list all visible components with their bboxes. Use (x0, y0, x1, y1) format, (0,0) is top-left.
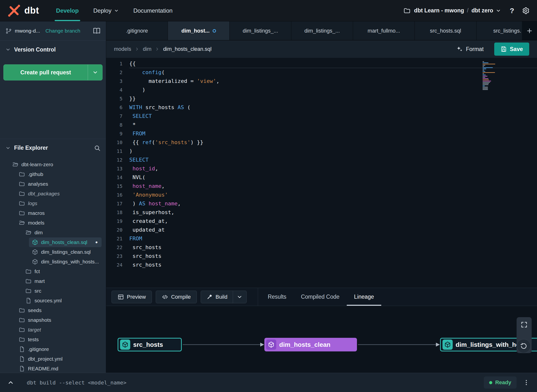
tree-item-dbt-packages[interactable]: dbt_packages (0, 189, 106, 199)
save-button[interactable]: Save (494, 43, 529, 56)
tree-item-snapshots[interactable]: snapshots (0, 315, 106, 325)
tree-item-macros[interactable]: macros (0, 208, 106, 218)
code-line[interactable]: 3 materialized = 'view', (106, 77, 537, 86)
tree-item-github[interactable]: .github (0, 169, 106, 179)
build-button[interactable]: Build (201, 291, 233, 303)
code-line[interactable]: 21FROM (106, 234, 537, 243)
folder-icon (25, 268, 32, 275)
nav-develop[interactable]: Develop (49, 0, 86, 21)
create-pull-request-dropdown[interactable] (88, 65, 102, 80)
tree-item-dbt-learn-zero[interactable]: dbt-learn-zero (0, 160, 106, 169)
lineage-node-dim-hosts-clean[interactable]: dim_hosts_clean (264, 338, 357, 351)
lineage-refresh-button[interactable] (517, 339, 531, 353)
minimap[interactable] (483, 61, 496, 90)
tree-item-mart[interactable]: mart (0, 276, 106, 286)
breadcrumb-actions: Format Save (456, 43, 529, 56)
editor-tab[interactable]: .gitignore (106, 21, 168, 40)
expand-command-panel-button[interactable] (7, 379, 17, 386)
code-line[interactable]: 13 host_id, (106, 164, 537, 173)
chevron-right-icon (155, 47, 160, 52)
tree-item-dim-hosts-clean-sql[interactable]: dim_hosts_clean.sql• (29, 237, 102, 247)
code-line[interactable]: 8 * (106, 121, 537, 129)
code-line[interactable]: 2 config( (106, 68, 537, 77)
code-line[interactable]: 18 is_superhost, (106, 208, 537, 217)
help-button[interactable]: ? (510, 7, 514, 15)
code-line[interactable]: 10 {{ ref('src_hosts') }} (106, 138, 537, 147)
panel-tab-lineage[interactable]: Lineage (347, 288, 381, 306)
code-line[interactable]: 22 src_hosts (106, 243, 537, 252)
minimap-line (483, 72, 495, 73)
chevron-down-icon (5, 145, 11, 151)
editor-tab[interactable]: src_listings. (476, 21, 522, 40)
editor-tab[interactable]: dim_listings_... (291, 21, 353, 40)
code-token: host_name (132, 183, 161, 189)
panel-tab-results[interactable]: Results (260, 288, 294, 306)
tree-item-logs[interactable]: logs (0, 199, 106, 208)
format-button[interactable]: Format (456, 46, 484, 52)
code-line[interactable]: 6WITH src_hosts AS ( (106, 103, 537, 112)
docs-book-button[interactable] (93, 27, 101, 35)
tree-item-fct[interactable]: fct (0, 267, 106, 276)
version-control-header[interactable]: Version Control (0, 41, 106, 59)
code-line[interactable]: 12SELECT (106, 156, 537, 164)
editor-tab[interactable]: src_hosts.sql (415, 21, 476, 40)
code-line[interactable]: 1{{ (106, 59, 537, 68)
command-input[interactable]: dbt build --select <model_name> (27, 380, 127, 386)
dbt-home-button[interactable]: dbt (7, 0, 39, 21)
chevron-down-icon[interactable] (496, 8, 501, 13)
nav-documentation[interactable]: Documentation (126, 0, 180, 21)
file-explorer-header[interactable]: File Explorer (0, 139, 106, 157)
change-branch-link[interactable]: Change branch (45, 28, 80, 34)
tree-item-dim-listings-clean-sql[interactable]: dim_listings_clean.sql (0, 247, 106, 257)
tree-item-target[interactable]: target (0, 325, 106, 335)
compile-button[interactable]: Compile (156, 291, 197, 303)
tree-item-analyses[interactable]: analyses (0, 179, 106, 189)
new-tab-button[interactable] (522, 21, 537, 40)
tree-item-gitignore[interactable]: .gitignore (0, 344, 106, 354)
breadcrumb-item[interactable]: dim (143, 46, 151, 52)
code-line[interactable]: 17 ) AS host_name, (106, 199, 537, 208)
tree-item-src[interactable]: src (0, 286, 106, 296)
panel-tab-compiled-code[interactable]: Compiled Code (294, 288, 347, 306)
code-line[interactable]: 19 created_at, (106, 217, 537, 226)
tree-item-dim[interactable]: dim (0, 228, 106, 237)
settings-button[interactable] (521, 7, 530, 15)
environment-selector[interactable]: dbt zero (471, 7, 493, 14)
breadcrumb-item[interactable]: models (114, 46, 131, 52)
tree-item-label: logs (28, 200, 37, 206)
code-line[interactable]: 9 FROM (106, 129, 537, 138)
code-token: host_id (132, 166, 155, 172)
tree-item-readme-md[interactable]: README.md (0, 364, 106, 373)
editor-tab[interactable]: mart_fullmo... (353, 21, 415, 40)
lineage-node-src-hosts[interactable]: src_hosts (118, 338, 182, 351)
file-search-button[interactable] (94, 145, 101, 151)
tree-item-dim-listings-with-hosts[interactable]: dim_listings_with_hosts... (0, 257, 106, 267)
code-line[interactable]: 23 src_hosts (106, 252, 537, 261)
code-line[interactable]: 24 src_hosts (106, 261, 537, 269)
breadcrumb-item[interactable]: dim_hosts_clean.sql (163, 46, 211, 52)
create-pull-request-button[interactable]: Create pull request (3, 64, 103, 80)
statusbar-menu-button[interactable] (523, 379, 530, 386)
preview-button[interactable]: Preview (112, 291, 152, 303)
nav-deploy[interactable]: Deploy (86, 0, 126, 21)
code-line[interactable]: 5}} (106, 94, 537, 103)
code-line[interactable]: 15 host_name, (106, 182, 537, 191)
tree-item-tests[interactable]: tests (0, 335, 106, 344)
tree-item-sources-yml[interactable]: sources.yml (0, 296, 106, 305)
tree-item-seeds[interactable]: seeds (0, 305, 106, 315)
line-number: 17 (106, 199, 129, 208)
build-dropdown[interactable] (233, 291, 246, 303)
code-line[interactable]: 11) (106, 147, 537, 156)
editor-tab[interactable]: dim_host... (168, 21, 230, 40)
code-line[interactable]: 16 'Anonymous' (106, 191, 537, 199)
code-editor[interactable]: 1{{2 config(3 materialized = 'view',4 )5… (106, 58, 537, 288)
code-line[interactable]: 4 ) (106, 86, 537, 94)
code-line[interactable]: 20 updated_at (106, 226, 537, 234)
editor-tab[interactable]: dim_listings_... (230, 21, 291, 40)
code-line[interactable]: 7 SELECT (106, 112, 537, 121)
tree-item-dbt-project-yml[interactable]: dbt_project.yml (0, 354, 106, 364)
lineage-panel[interactable]: src_hosts dim_hosts_clean dim_listings_w… (106, 306, 537, 373)
tree-item-models[interactable]: models (0, 218, 106, 228)
project-separator: / (467, 7, 468, 14)
code-line[interactable]: 14 NVL( (106, 173, 537, 182)
